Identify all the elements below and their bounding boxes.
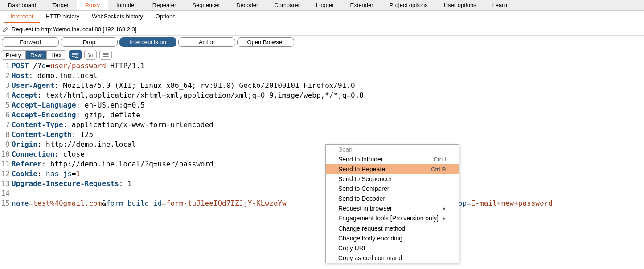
main-tab-target[interactable]: Target bbox=[45, 0, 77, 10]
menu-item-send-to-repeater[interactable]: Send to RepeaterCtrl-R bbox=[326, 164, 459, 174]
sub-tab-options[interactable]: Options bbox=[149, 11, 182, 23]
view-toolbar: PrettyRawHex \n bbox=[0, 49, 644, 61]
menu-item-send-to-sequencer[interactable]: Send to Sequencer bbox=[326, 174, 459, 184]
menu-item-label: Send to Repeater bbox=[338, 166, 387, 173]
intercept-toggle[interactable]: Intercept is on bbox=[119, 37, 176, 47]
main-tab-dashboard[interactable]: Dashboard bbox=[0, 0, 45, 10]
menu-item-label: Send to Intruder bbox=[338, 156, 383, 163]
main-tab-repeater[interactable]: Repeater bbox=[144, 0, 184, 10]
menu-item-label: Scan bbox=[338, 146, 353, 153]
main-tab-sequencer[interactable]: Sequencer bbox=[184, 0, 228, 10]
main-tab-learn[interactable]: Learn bbox=[484, 0, 515, 10]
main-tab-decoder[interactable]: Decoder bbox=[228, 0, 266, 10]
drop-button[interactable]: Drop bbox=[61, 37, 118, 47]
menu-item-label: Request in browser bbox=[338, 205, 392, 208]
menu-item-send-to-comparer[interactable]: Send to Comparer bbox=[326, 184, 459, 194]
request-editor[interactable]: 1 2 3 4 5 6 7 8 9 10 11 12 13 14 15 POST… bbox=[0, 61, 644, 208]
view-mode-pretty[interactable]: Pretty bbox=[1, 51, 26, 59]
main-tab-proxy[interactable]: Proxy bbox=[77, 0, 108, 10]
menu-item-label: Send to Sequencer bbox=[338, 175, 392, 182]
sub-tab-http-history[interactable]: HTTP history bbox=[40, 11, 86, 23]
menu-item-send-to-decoder[interactable]: Send to Decoder bbox=[326, 194, 459, 203]
sub-tab-intercept[interactable]: Intercept bbox=[4, 11, 40, 23]
wrap-toggle-icon[interactable] bbox=[69, 50, 82, 60]
pencil-icon bbox=[3, 26, 9, 33]
main-tab-logger[interactable]: Logger bbox=[308, 0, 342, 10]
main-tab-intruder[interactable]: Intruder bbox=[108, 0, 144, 10]
menu-item-request-in-browser[interactable]: Request in browser▸ bbox=[326, 203, 459, 208]
submenu-arrow-icon: ▸ bbox=[443, 206, 446, 209]
request-info-bar: Request to http://demo.ine.local:80 [192… bbox=[0, 23, 644, 36]
view-mode-group: PrettyRawHex bbox=[1, 50, 66, 60]
context-menu: ScanSend to IntruderCtrl-ISend to Repeat… bbox=[325, 144, 459, 208]
menu-item-scan: Scan bbox=[326, 145, 459, 154]
menu-item-send-to-intruder[interactable]: Send to IntruderCtrl-I bbox=[326, 154, 459, 164]
main-tab-user-options[interactable]: User options bbox=[436, 0, 484, 10]
main-tab-extender[interactable]: Extender bbox=[342, 0, 381, 10]
forward-button[interactable]: Forward bbox=[2, 37, 59, 47]
hamburger-icon[interactable] bbox=[99, 50, 112, 60]
sub-tab-websockets-history[interactable]: WebSockets history bbox=[86, 11, 149, 23]
open-browser-button[interactable]: Open Browser bbox=[237, 37, 294, 47]
main-tab-comparer[interactable]: Comparer bbox=[266, 0, 308, 10]
menu-item-label: Send to Comparer bbox=[338, 185, 389, 192]
action-button[interactable]: Action bbox=[178, 37, 235, 47]
newline-toggle-icon[interactable]: \n bbox=[84, 50, 97, 60]
menu-shortcut: Ctrl-I bbox=[434, 156, 446, 163]
view-mode-raw[interactable]: Raw bbox=[26, 51, 47, 59]
sub-tabs: InterceptHTTP historyWebSockets historyO… bbox=[0, 11, 644, 23]
line-gutter: 1 2 3 4 5 6 7 8 9 10 11 12 13 14 15 bbox=[0, 61, 12, 208]
action-bar: Forward Drop Intercept is on Action Open… bbox=[0, 36, 644, 49]
view-mode-hex[interactable]: Hex bbox=[47, 51, 66, 59]
main-tab-project-options[interactable]: Project options bbox=[381, 0, 436, 10]
menu-item-label: Send to Decoder bbox=[338, 195, 385, 202]
main-tabs: DashboardTargetProxyIntruderRepeaterSequ… bbox=[0, 0, 644, 11]
menu-shortcut: Ctrl-R bbox=[431, 166, 446, 173]
request-target-label: Request to http://demo.ine.local:80 [192… bbox=[12, 26, 136, 33]
